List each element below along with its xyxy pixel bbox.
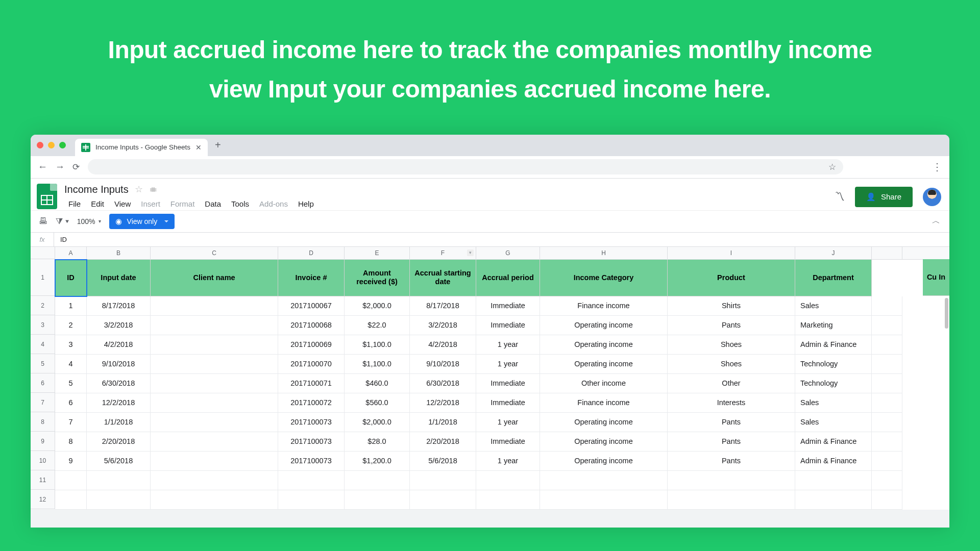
address-bar[interactable]: ☆: [88, 159, 843, 174]
row-header-1[interactable]: 1: [31, 259, 55, 296]
table-cell[interactable]: 2017100073: [278, 413, 345, 432]
table-cell[interactable]: Operating income: [540, 355, 668, 374]
column-header-E[interactable]: E: [345, 247, 410, 259]
menu-view[interactable]: View: [110, 197, 135, 210]
table-cell[interactable]: [872, 355, 902, 374]
table-cell[interactable]: [278, 490, 345, 510]
table-header-cell[interactable]: Invoice #: [278, 260, 345, 296]
menu-edit[interactable]: Edit: [87, 197, 108, 210]
row-header-6[interactable]: 6: [31, 373, 55, 393]
table-cell[interactable]: Immediate: [476, 374, 540, 393]
table-cell[interactable]: 9/10/2018: [87, 355, 151, 374]
table-header-cell[interactable]: Client name: [151, 260, 278, 296]
column-header-A[interactable]: A: [55, 247, 87, 259]
table-cell[interactable]: [151, 432, 278, 452]
table-cell[interactable]: 2017100070: [278, 355, 345, 374]
table-cell[interactable]: Sales: [795, 413, 872, 432]
reload-button[interactable]: ⟳: [72, 162, 80, 172]
table-cell[interactable]: [151, 316, 278, 335]
table-cell[interactable]: $1,200.0: [345, 452, 410, 471]
table-cell[interactable]: $28.0: [345, 432, 410, 452]
sheets-logo-icon[interactable]: [37, 184, 57, 209]
table-cell[interactable]: 6/30/2018: [87, 374, 151, 393]
document-title[interactable]: Income Inputs: [64, 184, 129, 195]
table-cell[interactable]: Immediate: [476, 393, 540, 413]
table-cell[interactable]: [151, 490, 278, 510]
table-cell[interactable]: Pants: [668, 413, 795, 432]
table-cell[interactable]: 2017100069: [278, 335, 345, 355]
table-cell[interactable]: Admin & Finance: [795, 432, 872, 452]
table-cell[interactable]: Technology: [795, 355, 872, 374]
table-cell[interactable]: [278, 471, 345, 490]
menu-help[interactable]: Help: [294, 197, 318, 210]
column-header-partial[interactable]: [872, 247, 902, 259]
new-tab-button[interactable]: +: [215, 139, 221, 151]
table-cell[interactable]: Technology: [795, 374, 872, 393]
browser-menu-icon[interactable]: ⋮: [932, 161, 942, 173]
table-cell[interactable]: Shoes: [668, 355, 795, 374]
column-header-F[interactable]: F: [410, 247, 476, 259]
table-cell[interactable]: Operating income: [540, 432, 668, 452]
table-cell[interactable]: $2,000.0: [345, 413, 410, 432]
row-header-5[interactable]: 5: [31, 354, 55, 373]
table-cell[interactable]: 4/2/2018: [410, 335, 476, 355]
table-cell[interactable]: [151, 296, 278, 316]
forward-button[interactable]: →: [55, 161, 64, 172]
table-cell[interactable]: [540, 490, 668, 510]
star-icon[interactable]: ☆: [135, 184, 143, 195]
table-cell[interactable]: [872, 393, 902, 413]
table-cell[interactable]: [795, 471, 872, 490]
table-cell[interactable]: Other: [668, 374, 795, 393]
table-cell[interactable]: [872, 316, 902, 335]
table-cell[interactable]: 9/10/2018: [410, 355, 476, 374]
table-cell[interactable]: Immediate: [476, 432, 540, 452]
table-cell[interactable]: [872, 374, 902, 393]
table-cell[interactable]: [151, 374, 278, 393]
table-cell[interactable]: 1 year: [476, 335, 540, 355]
table-cell[interactable]: $1,100.0: [345, 355, 410, 374]
column-header-D[interactable]: D: [278, 247, 345, 259]
table-cell[interactable]: [476, 471, 540, 490]
table-cell[interactable]: 8/17/2018: [410, 296, 476, 316]
column-header-H[interactable]: H: [540, 247, 668, 259]
table-cell[interactable]: [795, 490, 872, 510]
table-cell[interactable]: 8: [55, 432, 87, 452]
row-header-3[interactable]: 3: [31, 315, 55, 335]
move-icon[interactable]: ⩩: [149, 184, 158, 195]
table-header-cell[interactable]: Department: [795, 260, 872, 296]
account-avatar[interactable]: [923, 188, 941, 206]
table-cell[interactable]: 5: [55, 374, 87, 393]
zoom-select[interactable]: 100% ▾: [77, 217, 101, 226]
table-cell[interactable]: [872, 471, 902, 490]
table-cell[interactable]: Operating income: [540, 335, 668, 355]
table-header-cell[interactable]: Accrual starting date: [410, 260, 476, 296]
table-cell[interactable]: 12/2/2018: [410, 393, 476, 413]
table-cell[interactable]: 5/6/2018: [410, 452, 476, 471]
table-header-cell[interactable]: Amount received ($): [345, 260, 410, 296]
table-cell[interactable]: 2017100072: [278, 393, 345, 413]
activity-icon[interactable]: 〽: [835, 191, 845, 203]
row-header-4[interactable]: 4: [31, 335, 55, 354]
table-cell[interactable]: Interests: [668, 393, 795, 413]
window-controls[interactable]: [37, 142, 66, 148]
table-cell[interactable]: Operating income: [540, 452, 668, 471]
table-cell[interactable]: 2017100071: [278, 374, 345, 393]
close-tab-icon[interactable]: ✕: [195, 143, 202, 152]
column-header-B[interactable]: B: [87, 247, 151, 259]
table-cell[interactable]: 1 year: [476, 413, 540, 432]
table-cell[interactable]: Sales: [795, 393, 872, 413]
table-cell[interactable]: 3/2/2018: [87, 316, 151, 335]
table-cell[interactable]: 2/20/2018: [410, 432, 476, 452]
table-cell[interactable]: $460.0: [345, 374, 410, 393]
table-header-cell[interactable]: Income Category: [540, 260, 668, 296]
table-cell[interactable]: 9: [55, 452, 87, 471]
spreadsheet-grid[interactable]: 123456789101112 ABCDEFGHIJ IDInput dateC…: [31, 247, 949, 510]
table-cell[interactable]: Finance income: [540, 296, 668, 316]
table-cell[interactable]: $2,000.0: [345, 296, 410, 316]
back-button[interactable]: ←: [38, 161, 47, 172]
table-cell[interactable]: 1/1/2018: [87, 413, 151, 432]
menu-file[interactable]: File: [64, 197, 85, 210]
table-cell[interactable]: Other income: [540, 374, 668, 393]
print-icon[interactable]: 🖶: [39, 216, 47, 227]
table-cell[interactable]: [872, 413, 902, 432]
